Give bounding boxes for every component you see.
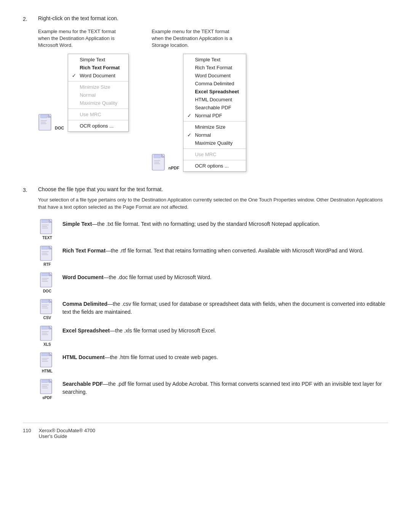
format-item-doc: DOC Word Document—the .doc file format u… [38, 272, 388, 293]
step-2-number: 2. [23, 15, 38, 22]
menu-left-caption: Example menu for the TEXT format when th… [38, 28, 122, 49]
menu-item-excel-right[interactable]: Excel Spreadsheet [183, 88, 246, 96]
format-icon-spdf: sPDF [38, 379, 56, 400]
format-icon-html: HTML [38, 352, 56, 373]
svg-rect-55 [42, 334, 48, 335]
step-3-number: 3. [23, 186, 38, 193]
svg-rect-20 [154, 163, 160, 164]
format-icon-label-rtf: RTF [43, 262, 51, 267]
menu-item-maxquality-right[interactable]: Maximize Quality [183, 139, 246, 147]
menu-item-csv-right[interactable]: Comma Delimited [183, 80, 246, 88]
pdf-file-icon-right [151, 153, 167, 172]
format-item-text: TEXT Simple Text—the .txt file format. T… [38, 219, 388, 240]
svg-rect-52 [42, 327, 48, 329]
step-2-row: 2. Right-click on the text format icon. … [23, 15, 388, 176]
svg-rect-41 [42, 281, 48, 281]
svg-rect-68 [42, 386, 47, 387]
menu-right-icon-row: nPDF Simple Text Rich Text Format Word D… [151, 54, 246, 172]
step-3-row: 3. Choose the file type that you want fo… [23, 186, 388, 400]
format-desc-doc: Word Document—the .doc file format used … [62, 272, 212, 281]
doc-icon-label-left: DOC [55, 126, 64, 130]
format-desc-rtf: Rich Text Format—the .rtf file format. T… [62, 245, 363, 255]
menu-item-usemrc-left: Use MRC [68, 110, 128, 118]
svg-rect-60 [42, 358, 49, 358]
svg-rect-45 [42, 300, 48, 302]
format-item-spdf: sPDF Searchable PDF—the .pdf file format… [38, 379, 388, 400]
svg-rect-32 [42, 251, 49, 252]
menu-item-rtf-right[interactable]: Rich Text Format [183, 64, 246, 72]
menu-item-ocr-left[interactable]: OCR options ... [68, 122, 128, 130]
svg-rect-25 [42, 225, 49, 225]
guide-name: User's Guide [39, 433, 96, 439]
format-item-csv: CSV Comma Delimited—the .csv file format… [38, 299, 388, 320]
format-icon-text: TEXT [38, 219, 56, 240]
menu-item-simple-text-right[interactable]: Simple Text [183, 56, 246, 64]
format-desc-html: HTML Document—the .htm file format used … [62, 352, 218, 361]
menu-left-icon-row: DOC Simple Text Rich Text Format Word Do… [38, 54, 129, 132]
menu-item-maxquality-left: Maximize Quality [68, 99, 128, 107]
format-item-html: HTML HTML Document—the .htm file format … [38, 352, 388, 373]
step-3-content: Choose the file type that you want for t… [38, 186, 388, 400]
format-icon-doc: DOC [38, 272, 56, 293]
svg-rect-24 [42, 220, 48, 222]
format-icon-label-csv: CSV [43, 316, 51, 320]
format-desc-xls: Excel Spreadsheet—the .xls file format u… [62, 325, 216, 335]
svg-rect-13 [41, 123, 46, 124]
svg-rect-18 [154, 160, 160, 161]
svg-rect-67 [42, 385, 49, 385]
svg-rect-34 [42, 254, 48, 255]
svg-rect-62 [42, 361, 48, 361]
svg-rect-61 [42, 359, 47, 360]
menu-right-caption: Example menu for the TEXT format when th… [151, 28, 235, 49]
menu-item-ocr-right[interactable]: OCR options ... [183, 162, 246, 170]
svg-rect-40 [42, 280, 47, 280]
format-list: TEXT Simple Text—the .txt file format. T… [38, 219, 388, 400]
format-item-xls: XLS Excel Spreadsheet—the .xls file form… [38, 325, 388, 347]
format-icon-csv: CSV [38, 299, 56, 320]
menu-block-left: Example menu for the TEXT format when th… [38, 28, 129, 172]
menu-item-html-right[interactable]: HTML Document [183, 96, 246, 104]
format-icon-label-text: TEXT [42, 236, 52, 240]
page-footer: 110 Xerox® DocuMate® 4700 User's Guide [23, 423, 388, 439]
pdf-icon-label-right: nPDF [168, 166, 179, 170]
menu-item-normal-left: Normal [68, 91, 128, 99]
menu-item-word-right[interactable]: Word Document [183, 72, 246, 80]
format-item-rtf: RTF Rich Text Format—the .rtf file forma… [38, 245, 388, 267]
menu-item-normal-right[interactable]: Normal [183, 131, 246, 139]
product-name: Xerox® DocuMate® 4700 [39, 428, 96, 433]
svg-rect-53 [42, 331, 49, 332]
format-desc-csv: Comma Delimited—the .csv file format; us… [62, 299, 388, 316]
svg-rect-48 [42, 308, 48, 308]
svg-rect-59 [42, 353, 48, 356]
svg-rect-33 [42, 253, 47, 253]
menus-row: Example menu for the TEXT format when th… [38, 28, 388, 172]
svg-rect-66 [42, 380, 48, 382]
svg-rect-46 [42, 305, 49, 305]
menu-block-right: Example menu for the TEXT format when th… [151, 28, 246, 172]
svg-rect-27 [42, 228, 48, 228]
context-menu-left: Simple Text Rich Text Format Word Docume… [68, 54, 129, 132]
step-3-subtext: Your selection of a file type pertains o… [38, 196, 388, 211]
step-2-text: Right-click on the text format icon. [38, 15, 388, 21]
svg-rect-17 [154, 155, 160, 158]
svg-rect-31 [42, 247, 48, 249]
svg-rect-54 [42, 333, 47, 333]
svg-rect-19 [154, 162, 159, 163]
menu-item-word-left[interactable]: Word Document [68, 72, 128, 80]
menu-item-minsize-right[interactable]: Minimize Size [183, 123, 246, 131]
menu-item-minsize-left: Minimize Size [68, 83, 128, 91]
svg-rect-69 [42, 388, 48, 388]
page-number: 110 [23, 428, 31, 433]
format-icon-label-xls: XLS [43, 342, 51, 347]
svg-rect-11 [41, 120, 47, 121]
menu-item-normalpdf-right[interactable]: Normal PDF [183, 112, 246, 120]
format-icon-rtf: RTF [38, 245, 56, 267]
menu-item-simple-text-left[interactable]: Simple Text [68, 56, 128, 64]
format-icon-xls: XLS [38, 325, 56, 347]
format-desc-text: Simple Text—the .txt file format. Text w… [62, 219, 320, 228]
menu-item-spdf-right[interactable]: Searchable PDF [183, 104, 246, 112]
doc-file-icon-left [38, 113, 54, 132]
svg-rect-10 [41, 115, 47, 118]
svg-rect-47 [42, 306, 47, 307]
menu-item-rtf-left[interactable]: Rich Text Format [68, 64, 128, 72]
